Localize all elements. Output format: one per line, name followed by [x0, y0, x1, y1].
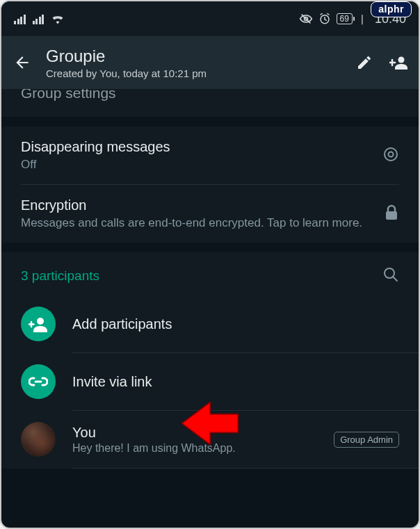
svg-point-3	[389, 152, 394, 156]
back-button[interactable]	[8, 49, 36, 76]
encryption-row[interactable]: Encryption Messages and calls are end-to…	[1, 185, 419, 243]
group-admin-badge: Group Admin	[334, 432, 399, 448]
disappearing-title: Disappearing messages	[21, 139, 371, 155]
status-bar: 69 ❘ 10:40	[1, 1, 419, 36]
svg-point-2	[385, 148, 397, 161]
battery-bar-icon: ❘	[358, 13, 366, 24]
add-person-icon	[21, 307, 56, 341]
search-participants-button[interactable]	[382, 266, 399, 286]
app-header: Groupie Created by You, today at 10:21 p…	[1, 36, 419, 89]
encryption-title: Encryption	[21, 197, 373, 213]
participants-header: 3 participants	[1, 252, 419, 295]
disappearing-value: Off	[21, 158, 371, 172]
group-settings-row[interactable]: Group settings	[1, 89, 419, 117]
encryption-desc: Messages and calls are end-to-end encryp…	[21, 216, 373, 230]
link-icon	[21, 364, 56, 399]
group-settings-label: Group settings	[21, 89, 116, 101]
annotation-arrow-icon	[179, 399, 241, 448]
alarm-icon	[318, 13, 331, 25]
wifi-icon	[51, 13, 65, 24]
svg-point-1	[398, 57, 405, 63]
signal-icon-1	[14, 13, 26, 24]
edit-button[interactable]	[355, 53, 374, 72]
battery-indicator: 69	[337, 13, 353, 24]
svg-rect-4	[386, 211, 397, 220]
signal-icon-2	[33, 13, 45, 24]
avatar	[21, 422, 56, 457]
participants-count: 3 participants	[21, 268, 99, 284]
alphr-watermark: alphr	[371, 1, 412, 17]
group-subtitle: Created by You, today at 10:21 pm	[46, 67, 345, 79]
lock-icon	[384, 204, 399, 224]
invite-via-link-label: Invite via link	[72, 374, 152, 390]
add-participants-label: Add participants	[72, 316, 172, 332]
add-participants-row[interactable]: Add participants	[1, 295, 419, 352]
timer-icon	[382, 146, 399, 165]
disappearing-messages-row[interactable]: Disappearing messages Off	[1, 127, 419, 184]
eye-off-icon	[299, 14, 313, 24]
svg-point-6	[37, 318, 44, 325]
group-title: Groupie	[46, 47, 345, 66]
add-person-button[interactable]	[389, 53, 409, 72]
